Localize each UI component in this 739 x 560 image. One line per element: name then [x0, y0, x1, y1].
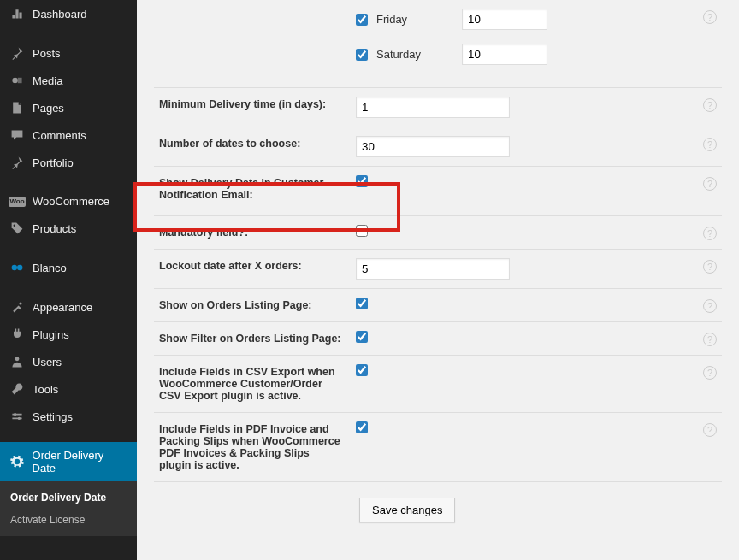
menu-label: Posts [33, 47, 61, 60]
media-icon [9, 74, 26, 87]
menu-label: Plugins [33, 328, 69, 341]
menu-appearance[interactable]: Appearance [0, 293, 137, 321]
input-num-dates[interactable] [356, 136, 510, 157]
label-saturday: Saturday [376, 48, 462, 61]
label-friday: Friday [376, 13, 462, 26]
help-icon[interactable]: ? [703, 299, 717, 313]
submenu: Order Delivery Date Activate License [0, 481, 137, 536]
checkbox-show-listing[interactable] [356, 298, 368, 309]
blanco-icon [9, 261, 26, 274]
menu-label: Media [33, 74, 62, 87]
label-min-delivery: Minimum Delivery time (in days): [154, 88, 351, 127]
help-icon[interactable]: ? [703, 98, 717, 112]
checkbox-mandatory[interactable] [356, 225, 368, 237]
svg-point-7 [18, 417, 21, 420]
label-lockout: Lockout date after X orders: [154, 250, 351, 289]
menu-comments[interactable]: Comments [0, 121, 137, 149]
menu-label: Order Delivery Date [33, 449, 128, 475]
menu-label: Dashboard [33, 8, 87, 21]
label-pdf-invoice: Include Fields in PDF Invoice and Packin… [154, 413, 351, 482]
label-show-listing: Show on Orders Listing Page: [154, 289, 351, 322]
menu-media[interactable]: Media [0, 67, 137, 94]
help-icon[interactable]: ? [703, 260, 717, 274]
menu-settings[interactable]: Settings [0, 403, 137, 430]
row-mandatory: Mandatory field?: ? [154, 216, 722, 250]
help-icon[interactable]: ? [703, 227, 717, 240]
checkbox-saturday[interactable] [356, 49, 368, 61]
row-min-delivery: Minimum Delivery time (in days): ? [154, 88, 722, 127]
help-icon[interactable]: ? [703, 138, 717, 151]
row-pdf-invoice: Include Fields in PDF Invoice and Packin… [154, 413, 722, 482]
pin-icon [9, 46, 26, 60]
menu-label: Blanco [33, 262, 67, 274]
appearance-icon [9, 300, 26, 314]
help-icon[interactable]: ? [703, 366, 717, 380]
menu-label: Pages [33, 102, 64, 115]
input-min-delivery[interactable] [356, 97, 510, 118]
checkbox-friday[interactable] [356, 14, 368, 26]
help-icon[interactable]: ? [703, 177, 717, 191]
row-days: Friday Saturday ? [154, 0, 722, 88]
help-icon[interactable]: ? [703, 333, 717, 346]
gear-icon [9, 455, 26, 469]
menu-order-delivery-date[interactable]: Order Delivery Date [0, 442, 137, 481]
save-button[interactable]: Save changes [359, 498, 455, 522]
menu-portfolio[interactable]: Portfolio [0, 149, 137, 176]
row-lockout: Lockout date after X orders: ? [154, 250, 722, 289]
checkbox-show-filter[interactable] [356, 331, 368, 343]
menu-label: Comments [33, 129, 86, 142]
woocommerce-icon: Woo [9, 197, 26, 207]
input-saturday[interactable] [462, 44, 547, 65]
input-friday[interactable] [462, 9, 547, 30]
svg-point-1 [14, 225, 15, 227]
settings-table: Friday Saturday ? Minimum Delivery time … [154, 0, 722, 482]
label-show-filter: Show Filter on Orders Listing Page: [154, 322, 351, 356]
checkbox-pdf-invoice[interactable] [356, 421, 368, 433]
pages-icon [9, 101, 26, 115]
row-show-email: Show Delivery Date in Customer Notificat… [154, 167, 722, 216]
plugins-icon [9, 327, 26, 341]
row-show-filter: Show Filter on Orders Listing Page: ? [154, 322, 722, 356]
menu-label: Settings [33, 410, 73, 423]
menu-label: Products [33, 222, 76, 235]
help-icon[interactable]: ? [703, 423, 717, 437]
menu-tools[interactable]: Tools [0, 375, 137, 403]
portfolio-icon [9, 156, 26, 169]
submenu-order-delivery-date[interactable]: Order Delivery Date [0, 486, 137, 509]
menu-plugins[interactable]: Plugins [0, 321, 137, 348]
checkbox-show-email[interactable] [356, 175, 368, 187]
tools-icon [9, 382, 26, 396]
row-show-listing: Show on Orders Listing Page: ? [154, 289, 722, 322]
menu-blanco[interactable]: Blanco [0, 254, 137, 281]
help-icon[interactable]: ? [703, 10, 717, 24]
menu-label: Appearance [33, 301, 92, 314]
label-num-dates: Number of dates to choose: [154, 127, 351, 167]
input-lockout[interactable] [356, 258, 510, 280]
save-area: Save changes [359, 498, 722, 522]
menu-posts[interactable]: Posts [0, 39, 137, 67]
row-num-dates: Number of dates to choose: ? [154, 127, 722, 167]
row-csv-export: Include Fields in CSV Export when WooCom… [154, 356, 722, 413]
menu-label: Portfolio [33, 156, 74, 169]
label-show-email: Show Delivery Date in Customer Notificat… [154, 167, 351, 216]
menu-label: WooCommerce [33, 195, 109, 208]
products-icon [9, 221, 26, 235]
menu-woocommerce[interactable]: Woo WooCommerce [0, 188, 137, 215]
menu-label: Users [33, 356, 62, 368]
submenu-activate-license[interactable]: Activate License [0, 509, 137, 531]
menu-dashboard[interactable]: Dashboard [0, 0, 137, 27]
label-mandatory: Mandatory field?: [154, 216, 351, 250]
label-csv-export: Include Fields in CSV Export when WooCom… [154, 356, 351, 413]
svg-point-0 [12, 78, 17, 83]
users-icon [9, 355, 26, 368]
svg-point-5 [15, 357, 20, 361]
svg-point-6 [14, 413, 16, 416]
menu-products[interactable]: Products [0, 215, 137, 242]
menu-users[interactable]: Users [0, 348, 137, 375]
svg-point-3 [17, 265, 22, 270]
settings-icon [9, 410, 26, 423]
day-saturday: Saturday [356, 44, 683, 65]
menu-pages[interactable]: Pages [0, 94, 137, 121]
settings-content: Friday Saturday ? Minimum Delivery time … [137, 0, 739, 539]
checkbox-csv-export[interactable] [356, 364, 368, 376]
